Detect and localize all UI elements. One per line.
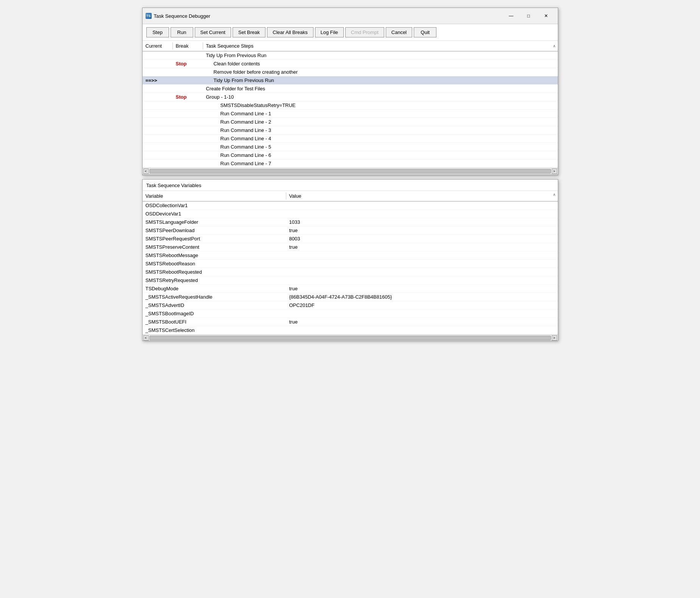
row-current-1 — [143, 63, 173, 65]
row-step-6: SMSTSDisableStatusRetry=TRUE — [203, 102, 558, 109]
variables-panel: Task Sequence Variables Variable Value ∧… — [142, 179, 558, 341]
h-scroll-right-btn[interactable]: > — [552, 169, 557, 174]
h-scrollbar[interactable]: < > — [143, 168, 558, 174]
variables-table-header: Variable Value ∧ — [143, 191, 558, 201]
row-break-12 — [173, 155, 203, 156]
row-step-12: Run Command Line - 6 — [203, 152, 558, 159]
list-item[interactable]: SMSTSRebootMessage — [143, 251, 558, 260]
row-step-0: Tidy Up From Previous Run — [203, 52, 558, 59]
row-current-10 — [143, 138, 173, 139]
table-row[interactable]: SMSTSDisableStatusRetry=TRUE — [143, 101, 558, 110]
main-window: TS Task Sequence Debugger — □ ✕ Step Run… — [142, 8, 558, 175]
list-item[interactable]: TSDebugMode true — [143, 285, 558, 293]
row-step-5: Group - 1-10 — [203, 93, 558, 101]
row-break-0 — [173, 55, 203, 56]
list-item[interactable]: SMSTSPeerDownload true — [143, 226, 558, 235]
title-bar: TS Task Sequence Debugger — □ ✕ — [143, 8, 558, 24]
row-step-9: Run Command Line - 3 — [203, 127, 558, 134]
quit-button[interactable]: Quit — [414, 27, 436, 37]
row-break-5: Stop — [173, 93, 203, 101]
var-h-scroll-thumb[interactable] — [149, 336, 551, 340]
variables-table-body[interactable]: OSDCollectionVar1 OSDDeviceVar1 SMSTSLan… — [143, 201, 558, 335]
row-current-6 — [143, 105, 173, 106]
row-current-4 — [143, 88, 173, 90]
window-title: Task Sequence Debugger — [154, 13, 500, 19]
row-step-13: Run Command Line - 7 — [203, 160, 558, 167]
list-item[interactable]: SMSTSPreserveContent true — [143, 243, 558, 251]
log-file-button[interactable]: Log File — [315, 27, 344, 37]
row-break-3 — [173, 80, 203, 81]
row-break-6 — [173, 105, 203, 106]
row-step-10: Run Command Line - 4 — [203, 135, 558, 142]
col-header-variable: Variable — [143, 192, 286, 200]
table-row[interactable]: Tidy Up From Previous Run — [143, 51, 558, 60]
row-break-11 — [173, 146, 203, 148]
col-header-break: Break — [173, 42, 203, 50]
sequence-table-body[interactable]: Tidy Up From Previous Run Stop Clean fol… — [143, 51, 558, 168]
table-row[interactable]: Stop Clean folder contents — [143, 60, 558, 68]
close-button[interactable]: ✕ — [537, 10, 555, 22]
row-current-7 — [143, 113, 173, 115]
col-header-current: Current — [143, 42, 173, 50]
list-item[interactable]: SMSTSRebootReason — [143, 260, 558, 268]
row-break-4 — [173, 88, 203, 90]
table-row[interactable]: Run Command Line - 5 — [143, 143, 558, 151]
minimize-button[interactable]: — — [503, 10, 520, 22]
set-break-button[interactable]: Set Break — [233, 27, 265, 37]
list-item[interactable]: OSDDeviceVar1 — [143, 210, 558, 218]
row-current-3: ==>> — [143, 77, 173, 84]
row-break-1: Stop — [173, 60, 203, 67]
table-row[interactable]: Run Command Line - 2 — [143, 118, 558, 126]
table-row[interactable]: Remove folder before creating another — [143, 68, 558, 76]
row-step-3: Tidy Up From Previous Run — [203, 77, 558, 84]
table-row[interactable]: ==>> Tidy Up From Previous Run — [143, 76, 558, 85]
toolbar: Step Run Set Current Set Break Clear All… — [143, 24, 558, 41]
list-item[interactable]: SMSTSRetryRequested — [143, 276, 558, 285]
list-item[interactable]: SMSTSPeerRequestPort 8003 — [143, 235, 558, 243]
run-button[interactable]: Run — [171, 27, 193, 37]
row-break-8 — [173, 121, 203, 123]
list-item[interactable]: SMSTSRebootRequested — [143, 268, 558, 276]
var-h-scroll-right-btn[interactable]: > — [552, 335, 557, 341]
list-item[interactable]: _SMSTSActiveRequestHandle {86B345D4-A04F… — [143, 293, 558, 301]
row-break-10 — [173, 138, 203, 139]
list-item[interactable]: _SMSTSBootImageID — [143, 310, 558, 318]
col-header-value: Value — [286, 192, 551, 200]
step-button[interactable]: Step — [146, 27, 169, 37]
list-item[interactable]: _SMSTSBootUEFI true — [143, 318, 558, 326]
top-panel: Step Run Set Current Set Break Clear All… — [143, 24, 558, 175]
variables-title: Task Sequence Variables — [143, 180, 558, 191]
h-scroll-left-btn[interactable]: < — [143, 169, 149, 174]
table-row[interactable]: Stop Group - 1-10 — [143, 93, 558, 101]
var-h-scrollbar[interactable]: < > — [143, 335, 558, 341]
list-item[interactable]: SMSTSLanguageFolder 1033 — [143, 218, 558, 226]
h-scroll-thumb[interactable] — [149, 169, 551, 174]
maximize-button[interactable]: □ — [520, 10, 537, 22]
row-step-2: Remove folder before creating another — [203, 68, 558, 76]
row-break-2 — [173, 71, 203, 73]
row-current-9 — [143, 130, 173, 131]
row-current-11 — [143, 146, 173, 148]
table-row[interactable]: Run Command Line - 7 — [143, 160, 558, 168]
list-item[interactable]: _SMSTSAdvertID OPC201DF — [143, 301, 558, 310]
cancel-button[interactable]: Cancel — [386, 27, 412, 37]
list-item[interactable]: _SMSTSCertSelection — [143, 326, 558, 335]
var-h-scroll-left-btn[interactable]: < — [143, 335, 149, 341]
scroll-up-icon[interactable]: ∧ — [551, 42, 558, 50]
row-step-4: Create Folder for Test Files — [203, 85, 558, 92]
row-current-2 — [143, 71, 173, 73]
table-row[interactable]: Run Command Line - 4 — [143, 135, 558, 143]
var-scroll-up-icon[interactable]: ∧ — [551, 192, 558, 200]
clear-all-breaks-button[interactable]: Clear All Breaks — [267, 27, 313, 37]
table-row[interactable]: Create Folder for Test Files — [143, 85, 558, 93]
row-step-11: Run Command Line - 5 — [203, 143, 558, 150]
row-break-7 — [173, 113, 203, 115]
table-row[interactable]: Run Command Line - 6 — [143, 151, 558, 160]
title-bar-controls: — □ ✕ — [503, 10, 555, 22]
sequence-table-header: Current Break Task Sequence Steps ∧ — [143, 41, 558, 51]
table-row[interactable]: Run Command Line - 3 — [143, 126, 558, 135]
set-current-button[interactable]: Set Current — [195, 27, 231, 37]
list-item[interactable]: OSDCollectionVar1 — [143, 201, 558, 210]
row-current-13 — [143, 163, 173, 164]
table-row[interactable]: Run Command Line - 1 — [143, 110, 558, 118]
